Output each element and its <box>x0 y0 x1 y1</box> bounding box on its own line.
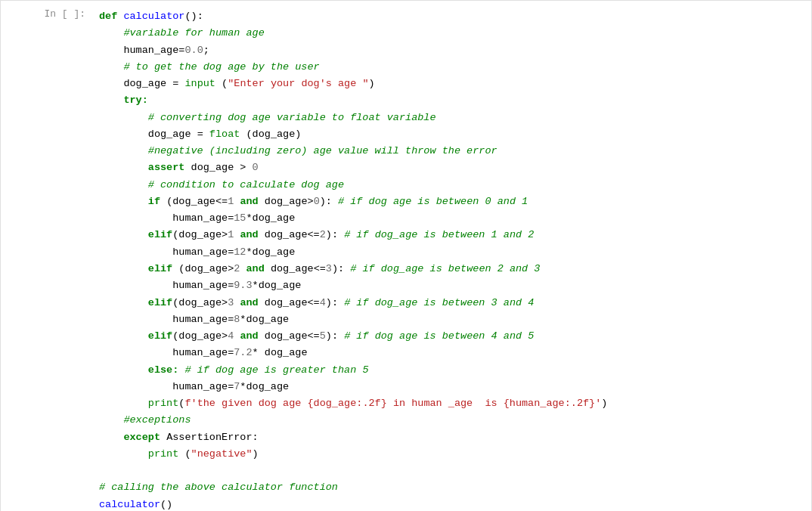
code-line: calculator() <box>99 497 804 511</box>
code-line: def calculator(): <box>99 8 804 25</box>
code-line: else: # if dog age is greater than 5 <box>99 362 804 379</box>
code-line: #negative (including zero) age value wil… <box>99 143 804 159</box>
code-line: human_age=7*dog_age <box>99 379 804 395</box>
code-line: print(f'the given dog age {dog_age:.2f} … <box>99 395 804 412</box>
code-line: dog_age = float (dog_age) <box>99 126 804 143</box>
cell-label: In [ ]: <box>1 1 91 511</box>
code-line: elif(dog_age>1 and dog_age<=2): # if dog… <box>99 227 804 243</box>
cell-content[interactable]: def calculator(): #variable for human ag… <box>91 1 811 511</box>
code-line: # to get the dog age by the user <box>99 59 804 76</box>
code-line: #variable for human age <box>99 25 804 42</box>
code-line: human_age=7.2* dog_age <box>99 345 804 361</box>
notebook-cell: In [ ]: def calculator(): #variable for … <box>0 0 812 511</box>
code-line: human_age=12*dog_age <box>99 244 804 261</box>
code-line: assert dog_age > 0 <box>99 159 804 176</box>
code-line: if (dog_age<=1 and dog_age>0): # if dog … <box>99 194 804 210</box>
code-line: # converting dog age variable to float v… <box>99 110 804 126</box>
code-line <box>99 463 804 479</box>
code-line: human_age=9.3*dog_age <box>99 277 804 294</box>
code-line: elif(dog_age>4 and dog_age<=5): # if dog… <box>99 328 804 345</box>
code-line: human_age=15*dog_age <box>99 210 804 227</box>
code-line: #exceptions <box>99 412 804 429</box>
code-line: elif (dog_age>2 and dog_age<=3): # if do… <box>99 261 804 277</box>
code-line: except AssertionError: <box>99 429 804 446</box>
code-line: dog_age = input ("Enter your dog's age "… <box>99 76 804 92</box>
code-line: # calling the above calculator function <box>99 479 804 496</box>
code-line: # condition to calculate dog age <box>99 177 804 194</box>
code-line: print ("negative") <box>99 446 804 463</box>
code-line: human_age=8*dog_age <box>99 311 804 328</box>
code-line: human_age=0.0; <box>99 42 804 59</box>
code-line: try: <box>99 92 804 109</box>
code-line: elif(dog_age>3 and dog_age<=4): # if dog… <box>99 295 804 311</box>
